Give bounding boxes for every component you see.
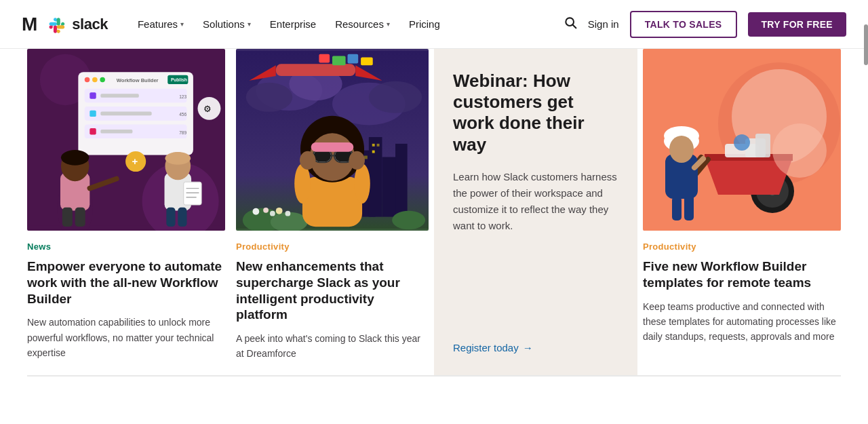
svg-rect-14 bbox=[100, 94, 139, 98]
register-today-link[interactable]: Register today → bbox=[453, 342, 618, 353]
m-logo: M bbox=[22, 15, 37, 34]
svg-point-110 bbox=[669, 136, 694, 163]
nav-pricing[interactable]: Pricing bbox=[401, 13, 448, 35]
card-dreamforce[interactable]: Productivity New enhancements that super… bbox=[231, 49, 434, 377]
webinar-title: Webinar: How customers get work done the… bbox=[453, 71, 618, 155]
svg-point-37 bbox=[165, 152, 191, 165]
card-1-title: Empower everyone to automate work with t… bbox=[27, 258, 225, 307]
card-workflow-builder[interactable]: Workflow Builder Publish 123 456 789 + bbox=[27, 49, 231, 377]
card-2-image bbox=[236, 49, 429, 231]
svg-point-7 bbox=[92, 77, 98, 83]
svg-point-8 bbox=[100, 77, 105, 83]
nav-resources[interactable]: Resources ▾ bbox=[327, 13, 398, 35]
svg-rect-33 bbox=[62, 208, 73, 227]
svg-rect-53 bbox=[395, 144, 408, 217]
svg-text:Publish: Publish bbox=[171, 77, 187, 82]
svg-rect-105 bbox=[672, 197, 682, 220]
svg-point-47 bbox=[246, 83, 293, 112]
card-4-category: Productivity bbox=[643, 242, 841, 252]
signin-link[interactable]: Sign in bbox=[588, 18, 619, 30]
svg-text:+: + bbox=[132, 155, 138, 167]
svg-rect-59 bbox=[372, 144, 375, 147]
svg-rect-13 bbox=[90, 92, 96, 98]
svg-rect-60 bbox=[377, 144, 380, 147]
svg-line-1 bbox=[573, 25, 576, 28]
svg-rect-70 bbox=[302, 177, 362, 227]
nav-solutions[interactable]: Solutions ▾ bbox=[195, 13, 259, 35]
svg-rect-20 bbox=[85, 124, 187, 138]
scrollbar[interactable] bbox=[864, 24, 868, 65]
svg-rect-18 bbox=[100, 112, 151, 116]
cards-grid: Workflow Builder Publish 123 456 789 + bbox=[0, 49, 868, 377]
svg-rect-88 bbox=[348, 54, 359, 64]
svg-rect-38 bbox=[166, 208, 175, 227]
svg-rect-102 bbox=[755, 134, 770, 157]
svg-point-83 bbox=[349, 151, 365, 170]
card-1-category: News bbox=[27, 242, 225, 252]
card-webinar[interactable]: Webinar: How customers get work done the… bbox=[434, 49, 637, 377]
card-4-title: Five new Workflow Builder templates for … bbox=[643, 258, 841, 291]
svg-rect-90 bbox=[319, 54, 330, 63]
svg-point-64 bbox=[392, 211, 425, 229]
svg-text:⚙: ⚙ bbox=[203, 104, 212, 114]
talk-to-sales-button[interactable]: TALK TO SALES bbox=[630, 11, 737, 38]
svg-point-80 bbox=[294, 163, 311, 204]
chevron-down-icon: ▾ bbox=[387, 20, 390, 28]
svg-point-65 bbox=[252, 208, 259, 215]
svg-point-101 bbox=[734, 134, 750, 151]
svg-rect-84 bbox=[276, 64, 356, 76]
svg-rect-79 bbox=[311, 142, 354, 152]
slack-logo[interactable]: slack bbox=[45, 14, 108, 35]
svg-text:Workflow Builder: Workflow Builder bbox=[117, 77, 159, 83]
svg-point-112 bbox=[772, 123, 827, 178]
svg-point-82 bbox=[300, 151, 316, 170]
svg-point-31 bbox=[61, 150, 89, 166]
svg-point-49 bbox=[369, 81, 422, 113]
card-2-title: New enhancements that supercharge Slack … bbox=[236, 258, 429, 323]
nav-enterprise[interactable]: Enterprise bbox=[262, 13, 324, 35]
svg-point-67 bbox=[270, 211, 275, 216]
search-icon[interactable] bbox=[564, 16, 577, 33]
svg-point-68 bbox=[276, 208, 283, 214]
svg-rect-87 bbox=[332, 56, 346, 66]
svg-rect-22 bbox=[100, 130, 132, 134]
svg-point-81 bbox=[354, 163, 370, 204]
navbar: M slack Features ▾ bbox=[0, 0, 868, 49]
svg-rect-17 bbox=[90, 111, 96, 117]
nav-features[interactable]: Features ▾ bbox=[130, 13, 192, 35]
card-4-desc: Keep teams productive and connected with… bbox=[643, 299, 841, 345]
svg-rect-40 bbox=[184, 182, 201, 205]
chevron-down-icon: ▾ bbox=[248, 20, 251, 28]
card-2-category: Productivity bbox=[236, 242, 429, 252]
card-2-desc: A peek into what's coming to Slack this … bbox=[236, 331, 429, 362]
chevron-down-icon: ▾ bbox=[180, 20, 184, 28]
slack-wordmark: slack bbox=[72, 16, 108, 33]
svg-rect-34 bbox=[75, 208, 85, 227]
logo-area: M slack bbox=[22, 14, 108, 35]
svg-point-66 bbox=[263, 208, 269, 213]
webinar-desc: Learn how Slack customers harness the po… bbox=[453, 169, 618, 234]
svg-text:123: 123 bbox=[179, 94, 186, 99]
svg-rect-51 bbox=[369, 137, 382, 217]
svg-rect-21 bbox=[90, 128, 96, 134]
svg-rect-61 bbox=[372, 151, 375, 153]
svg-point-6 bbox=[85, 77, 90, 83]
svg-rect-39 bbox=[178, 208, 186, 227]
nav-right: Sign in TALK TO SALES TRY FOR FREE bbox=[564, 11, 846, 38]
try-for-free-button[interactable]: TRY FOR FREE bbox=[748, 12, 847, 37]
card-4-image bbox=[643, 49, 841, 231]
nav-links: Features ▾ Solutions ▾ Enterprise Resour… bbox=[130, 13, 564, 35]
svg-text:789: 789 bbox=[179, 130, 186, 135]
webinar-content: Webinar: How customers get work done the… bbox=[453, 71, 618, 250]
card-1-desc: New automation capabilities to unlock mo… bbox=[27, 315, 225, 360]
card-1-image: Workflow Builder Publish 123 456 789 + bbox=[27, 49, 225, 231]
slack-icon bbox=[45, 14, 66, 35]
svg-point-69 bbox=[285, 211, 290, 216]
card-workflow-templates[interactable]: Productivity Five new Workflow Builder t… bbox=[637, 49, 841, 377]
svg-text:456: 456 bbox=[179, 112, 186, 117]
svg-rect-89 bbox=[361, 58, 373, 66]
